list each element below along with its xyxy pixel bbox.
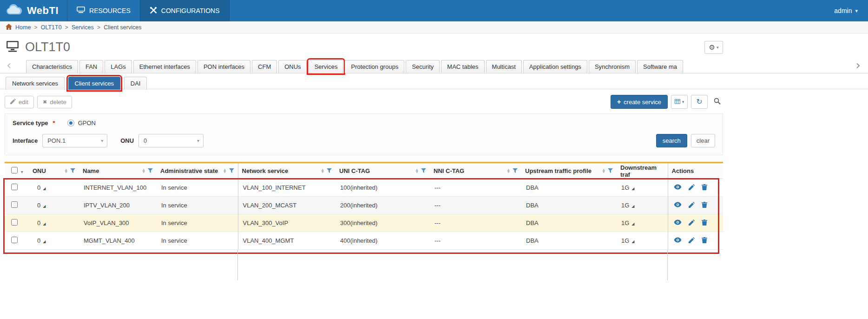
name-cell: VoIP_VLAN_300 [79, 214, 157, 232]
delete-button[interactable]: ✖ delete [37, 96, 72, 108]
filter-funnel-icon[interactable] [327, 168, 332, 173]
sort-icon[interactable]: ▲▼ [224, 169, 226, 173]
filter-funnel-icon[interactable] [70, 168, 75, 173]
tab-ethernet-interfaces[interactable]: Ethernet interfaces [133, 60, 196, 73]
settings-gear-button[interactable]: ⚙ ▾ [704, 41, 723, 54]
interface-select[interactable]: PON.1 ▾ [42, 134, 107, 147]
sort-down-icon[interactable]: ▼ [224, 171, 226, 173]
edit-pencil-icon[interactable] [689, 219, 695, 226]
tab-fan[interactable]: FAN [79, 60, 103, 73]
row-checkbox[interactable] [11, 237, 18, 243]
subtab-network-services[interactable]: Network services [6, 77, 65, 90]
search-button[interactable]: search [656, 134, 687, 147]
filter-funnel-icon[interactable] [513, 168, 518, 173]
sort-down-icon[interactable]: ▼ [65, 171, 67, 173]
tab-onus[interactable]: ONUs [278, 60, 307, 73]
view-eye-icon[interactable] [674, 202, 682, 207]
sort-down-icon[interactable]: ▼ [507, 171, 510, 173]
select-all-checkbox[interactable] [11, 167, 18, 173]
expand-corner-icon[interactable]: ◢ [43, 222, 46, 226]
tab-lags[interactable]: LAGs [105, 60, 132, 73]
col-onu: ONU ▲▼ [29, 163, 79, 179]
filter-funnel-icon[interactable] [608, 168, 613, 173]
sort-icon[interactable]: ▲▼ [507, 169, 510, 173]
expand-corner-icon[interactable]: ◢ [43, 186, 46, 191]
top-navbar: WebTI RESOURCES CONFIGURATIONS admin ▾ [0, 0, 868, 21]
breadcrumb-olt1t0[interactable]: OLT1T0 [41, 24, 62, 31]
filter-funnel-icon[interactable] [148, 168, 153, 173]
breadcrumb-home[interactable]: Home [15, 24, 31, 31]
edit-button[interactable]: edit [5, 96, 34, 108]
view-eye-icon[interactable] [674, 219, 682, 225]
tab-application-settings[interactable]: Application settings [523, 60, 587, 73]
col-downstream-profile-label: Downstream traf [620, 164, 664, 178]
tabs-scroll-left-icon[interactable]: ‹ [7, 58, 11, 73]
pencil-icon [10, 99, 16, 106]
tab-software-management[interactable]: Software ma [637, 60, 683, 73]
service-type-radio-gpon[interactable] [67, 120, 74, 126]
refresh-button[interactable]: ↻ [691, 95, 708, 109]
tab-multicast[interactable]: Multicast [486, 60, 522, 73]
delete-trash-icon[interactable] [702, 219, 707, 226]
sort-icon[interactable]: ▲▼ [143, 169, 145, 173]
user-menu[interactable]: admin ▾ [824, 0, 868, 21]
edit-pencil-icon[interactable] [689, 184, 695, 190]
sort-down-icon[interactable]: ▼ [416, 171, 418, 173]
sort-icon[interactable]: ▲▼ [416, 169, 418, 173]
subtab-client-services[interactable]: Client services [68, 77, 121, 90]
create-service-button[interactable]: + create service [611, 95, 668, 109]
tab-protection-groups[interactable]: Protection groups [345, 60, 404, 73]
col-nni-ctag-label: NNI C-TAG [434, 167, 464, 174]
expand-corner-icon[interactable]: ◢ [631, 204, 634, 208]
sort-icon[interactable]: ▲▼ [322, 169, 324, 173]
row-checkbox[interactable] [11, 201, 18, 208]
sort-down-icon[interactable]: ▼ [603, 171, 605, 173]
view-eye-icon[interactable] [674, 184, 682, 190]
clear-button[interactable]: clear [691, 134, 715, 147]
breadcrumb-services[interactable]: Services [72, 24, 94, 31]
view-eye-icon[interactable] [674, 237, 682, 243]
col-upstream-profile: Upstream traffic profile ▲▼ [521, 163, 617, 179]
tab-services[interactable]: Services [309, 60, 344, 73]
tab-security[interactable]: Security [406, 60, 440, 73]
sort-down-icon[interactable]: ▼ [143, 171, 145, 173]
search-toggle-button[interactable] [711, 95, 723, 109]
nav-resources[interactable]: RESOURCES [67, 0, 140, 21]
onu-select[interactable]: 0 ▾ [138, 134, 204, 147]
filter-funnel-icon[interactable] [229, 168, 234, 173]
admin-state-cell: In service [157, 214, 238, 232]
expand-corner-icon[interactable]: ◢ [631, 186, 634, 191]
tab-synchronism[interactable]: Synchronism [589, 60, 636, 73]
tab-pon-interfaces[interactable]: PON interfaces [197, 60, 250, 73]
edit-pencil-icon[interactable] [689, 202, 695, 208]
expand-corner-icon[interactable]: ◢ [631, 222, 634, 226]
expand-corner-icon[interactable]: ◢ [43, 204, 46, 208]
table-row[interactable]: 0◢ MGMT_VLAN_400 In service VLAN_400_MGM… [5, 232, 723, 250]
tab-characteristics[interactable]: Characteristics [26, 60, 78, 73]
sort-icon[interactable]: ▲▼ [603, 169, 605, 173]
table-row[interactable]: 0◢ IPTV_VLAN_200 In service VLAN_200_MCA… [5, 197, 723, 214]
sort-down-icon[interactable]: ▼ [322, 171, 324, 173]
delete-trash-icon[interactable] [702, 202, 707, 208]
edit-pencil-icon[interactable] [689, 237, 695, 243]
nav-configurations[interactable]: CONFIGURATIONS [140, 0, 230, 21]
brand[interactable]: WebTI [0, 0, 67, 21]
sort-icon[interactable]: ▲▼ [65, 169, 67, 173]
row-checkbox[interactable] [11, 219, 18, 226]
export-columns-button[interactable]: ▾ [671, 95, 688, 109]
tab-cfm[interactable]: CFM [252, 60, 277, 73]
table-row[interactable]: 0◢ INTERNET_VLAN_100 In service VLAN_100… [5, 179, 723, 197]
nni-ctag-cell: --- [430, 232, 521, 250]
select-menu-caret-icon[interactable]: ▾ [21, 169, 23, 174]
table-row[interactable]: 0◢ VoIP_VLAN_300 In service VLAN_300_VoI… [5, 214, 723, 232]
tabs-scroll-right-icon[interactable]: › [856, 58, 861, 73]
expand-corner-icon[interactable]: ◢ [43, 239, 46, 244]
filter-funnel-icon[interactable] [421, 168, 426, 173]
row-checkbox[interactable] [11, 184, 18, 190]
tab-mac-tables[interactable]: MAC tables [441, 60, 484, 73]
expand-corner-icon[interactable]: ◢ [631, 239, 634, 244]
subtab-dai[interactable]: DAI [124, 77, 147, 90]
nav-configurations-label: CONFIGURATIONS [161, 7, 220, 14]
delete-trash-icon[interactable] [702, 237, 707, 243]
delete-trash-icon[interactable] [702, 184, 707, 190]
